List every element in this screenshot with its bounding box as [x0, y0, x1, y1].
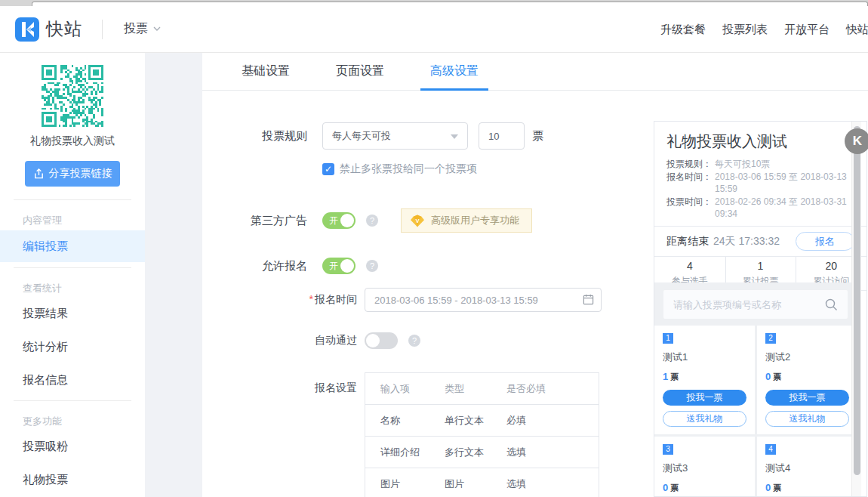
countdown-label: 距离结束 [666, 235, 709, 248]
calendar-icon[interactable] [583, 294, 594, 305]
nav-kuaizhan[interactable]: 快站 [846, 23, 868, 37]
countdown-value: 24天 17:33:32 [713, 235, 780, 248]
browser-chrome-strip [0, 0, 868, 6]
rank-badge: 2 [765, 333, 776, 344]
vote-count: 0票 [765, 369, 849, 383]
main-content: 基础设置 页面设置 高级设置 投票规则 每人每天可投 票 禁止多张票投给同一个投… [202, 53, 868, 497]
allow-signup-row: 允许报名 开 [202, 258, 654, 274]
third-party-ad-toggle[interactable]: 开 [322, 212, 356, 229]
signup-button[interactable]: 报名 [796, 232, 854, 251]
search-input[interactable] [663, 290, 848, 319]
vote-page-preview: 礼物投票收入测试 投票规则： 每天可投10票 报名时间： 2018-03-06 … [654, 121, 867, 497]
table-row: 详细介绍 多行文本 选填 [365, 437, 599, 468]
signup-settings-label: 报名设置 [202, 381, 357, 395]
vote-count: 0票 [663, 480, 746, 494]
vote-card-4: 4 测试4 0票 投我一票 [757, 437, 857, 497]
info-vote-time: 投票时间： 2018-02-26 09:34 至 2018-03-31 09:3… [666, 196, 854, 220]
vote-card-2: 2 测试2 0票 投我一票 送我礼物 [757, 326, 857, 434]
vote-project-name: 礼物投票收入测试 [0, 134, 145, 148]
sidebar-item-vote-results[interactable]: 投票结果 [0, 298, 145, 329]
nav-open-platform[interactable]: 开放平台 [784, 23, 830, 37]
countdown-row: 距离结束 24天 17:33:32 报名 [654, 226, 866, 257]
share-vote-link-button[interactable]: 分享投票链接 [25, 161, 120, 187]
help-question-icon[interactable] [366, 260, 378, 272]
header-divider [102, 20, 103, 39]
vote-count: 0票 [765, 480, 849, 494]
header-nav: 升级套餐 投票列表 开放平台 快站 [660, 6, 868, 53]
table-header-row: 输入项 类型 是否必填 [365, 373, 599, 405]
allow-signup-label: 允许报名 [202, 259, 307, 273]
rank-badge: 3 [663, 444, 673, 455]
vote-card-1: 1 测试1 1票 投我一票 送我礼物 [654, 326, 755, 434]
info-vote-rule: 投票规则： 每天可投10票 [666, 158, 854, 170]
sidebar-divider [14, 400, 131, 401]
sidebar-item-vote-fans[interactable]: 投票吸粉 [0, 431, 145, 462]
toggle-knob [366, 334, 380, 347]
vote-candidate-grid: 1 测试1 1票 投我一票 送我礼物 2 测试2 0票 [654, 326, 857, 497]
auto-pass-toggle[interactable] [365, 332, 398, 349]
table-row: 图片 图片 选填 [365, 468, 599, 497]
vote-unit-label: 票 [532, 129, 543, 144]
candidate-name: 测试4 [765, 462, 849, 475]
vote-for-me-button[interactable]: 投我一票 [765, 390, 849, 406]
rank-badge: 1 [663, 333, 673, 344]
search-field [663, 290, 848, 319]
search-icon[interactable] [824, 298, 838, 311]
vote-count-input[interactable] [479, 122, 525, 150]
vote-for-me-button[interactable]: 投我一票 [663, 390, 746, 406]
vote-rule-select[interactable]: 每人每天可投 [322, 122, 468, 150]
signup-time-label: *报名时间 [202, 293, 357, 307]
module-switcher[interactable]: 投票 [124, 21, 161, 37]
svg-text:V: V [415, 217, 420, 224]
kuaizhan-watermark-badge[interactable]: K [845, 128, 868, 154]
toggle-knob [340, 214, 354, 227]
sidebar-section-more: 更多功能 [23, 415, 145, 428]
toggle-knob [340, 259, 354, 273]
sidebar-item-stat-analysis[interactable]: 统计分析 [0, 332, 145, 362]
send-gift-button[interactable]: 送我礼物 [663, 411, 746, 427]
sidebar-item-signup-info[interactable]: 报名信息 [0, 365, 145, 395]
sidebar-section-content: 内容管理 [23, 214, 145, 227]
allow-signup-toggle[interactable]: 开 [322, 258, 356, 274]
settings-tabs: 基础设置 页面设置 高级设置 [202, 53, 868, 91]
sidebar-item-edit-vote[interactable]: 编辑投票 [0, 230, 145, 262]
layout-gutter [145, 53, 202, 497]
premium-diamond-icon: V [411, 215, 424, 227]
app-root: 快站 投票 升级套餐 投票列表 开放平台 快站 礼物投票收入测试 [0, 0, 868, 497]
vote-rule-row: 投票规则 每人每天可投 票 [202, 122, 654, 150]
signup-time-input[interactable] [365, 288, 602, 312]
table-row: 名称 单行文本 必填 [365, 405, 599, 437]
preview-title: 礼物投票收入测试 [666, 131, 854, 152]
nav-vote-list[interactable]: 投票列表 [722, 23, 768, 37]
rank-badge: 4 [765, 444, 776, 455]
auto-pass-row: 自动通过 [202, 332, 654, 349]
brand-name[interactable]: 快站 [46, 17, 82, 41]
send-gift-button[interactable]: 送我礼物 [765, 411, 849, 427]
preview-header: 礼物投票收入测试 投票规则： 每天可投10票 报名时间： 2018-03-06 … [654, 122, 866, 220]
sidebar-divider [14, 199, 131, 200]
signup-fields-table: 输入项 类型 是否必填 名称 单行文本 必填 详细介绍 多行文本 选填 [365, 372, 599, 497]
tab-advanced-settings[interactable]: 高级设置 [420, 53, 488, 91]
auto-pass-label: 自动通过 [202, 334, 357, 347]
forbid-multi-vote-checkbox[interactable] [322, 163, 334, 175]
nav-upgrade-plan[interactable]: 升级套餐 [660, 23, 706, 37]
scrollbar-thumb[interactable] [854, 126, 860, 475]
sidebar: 礼物投票收入测试 分享投票链接 内容管理 编辑投票 查看统计 投票结果 统计分析… [0, 53, 145, 497]
vote-count: 1票 [663, 369, 746, 383]
kuaizhan-logo-icon[interactable] [15, 17, 39, 42]
signup-time-row: *报名时间 [202, 288, 654, 312]
preview-scrollbar[interactable] [851, 122, 861, 496]
info-signup-time: 报名时间： 2018-03-06 15:59 至 2018-03-13 15:5… [666, 171, 854, 195]
tab-page-settings[interactable]: 页面设置 [326, 53, 394, 91]
tab-basic-settings[interactable]: 基础设置 [232, 53, 300, 91]
forbid-multi-vote-row: 禁止多张票投给同一个投票项 [322, 162, 654, 176]
help-question-icon[interactable] [366, 215, 378, 227]
third-party-ad-row: 第三方广告 开 V 高级版用户专享功能 [202, 208, 654, 233]
header: 快站 投票 升级套餐 投票列表 开放平台 快站 [0, 6, 868, 53]
sidebar-item-gift-vote[interactable]: 礼物投票 [0, 465, 145, 495]
signup-settings-row: 报名设置 输入项 类型 是否必填 名称 单行文本 必填 [202, 372, 654, 497]
help-question-icon[interactable] [408, 335, 420, 347]
select-caret-icon [451, 134, 458, 143]
third-party-ad-label: 第三方广告 [202, 214, 307, 228]
qr-code [42, 65, 103, 127]
